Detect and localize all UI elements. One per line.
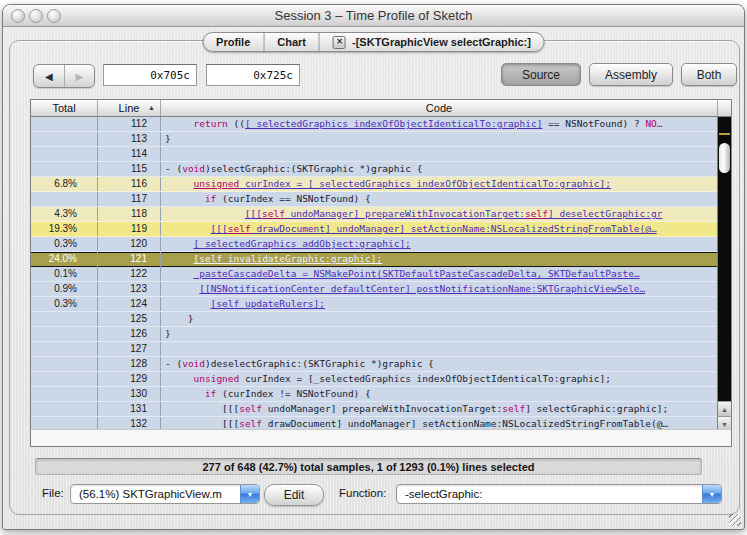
- dropdown-arrow-icon: ▼: [709, 491, 716, 498]
- window-title: Session 3 – Time Profile of Sketch: [63, 8, 684, 23]
- code-cell: [[[self undoManager] prepareWithInvocati…: [161, 402, 717, 416]
- table-row[interactable]: 114: [31, 147, 717, 162]
- function-dropdown[interactable]: -selectGraphic: ▼: [396, 484, 722, 504]
- table-row[interactable]: 112return (([_selectedGraphics indexOfOb…: [31, 117, 717, 132]
- code-segment: )selectGraphic:(SKTGraphic *)graphic {: [205, 163, 422, 174]
- zoom-window-button[interactable]: [47, 9, 61, 23]
- column-header-total[interactable]: Total: [31, 100, 98, 116]
- dropdown-arrow-icon: ▼: [247, 491, 254, 498]
- tab-chart[interactable]: Chart: [263, 33, 319, 51]
- table-row[interactable]: 115- (void)selectGraphic:(SKTGraphic *)g…: [31, 162, 717, 177]
- total-cell: 19.3%: [31, 222, 98, 236]
- code-segment: [[[: [222, 403, 239, 414]
- line-number-cell: 115: [98, 162, 161, 176]
- table-row[interactable]: 131[[[self undoManager] prepareWithInvoc…: [31, 402, 717, 417]
- line-number-cell: 112: [98, 117, 161, 131]
- line-number-cell: 128: [98, 357, 161, 371]
- code-cell: - (void)deselectGraphic:(SKTGraphic *)gr…: [161, 357, 717, 371]
- line-number-cell: 121: [98, 252, 161, 267]
- scrollbar-thumb[interactable]: [719, 143, 730, 173]
- table-row[interactable]: 117if (curIndex == NSNotFound) {: [31, 192, 717, 207]
- line-number-cell: 120: [98, 237, 161, 251]
- address-start-field[interactable]: [103, 64, 197, 86]
- table-row[interactable]: 125}: [31, 312, 717, 327]
- code-segment: self: [228, 223, 251, 234]
- close-tab-icon[interactable]: ✕: [333, 36, 346, 49]
- table-row[interactable]: 126}: [31, 327, 717, 342]
- file-dropdown-value: (56.1%) SKTGraphicView.m: [79, 488, 239, 500]
- sort-ascending-icon: ▲: [148, 104, 155, 111]
- vertical-scrollbar[interactable]: [717, 117, 731, 431]
- table-row[interactable]: 24.0%121[self invalidateGraphic:graphic]…: [31, 252, 717, 267]
- tab-profile[interactable]: Profile: [203, 33, 263, 51]
- source-view-button[interactable]: Source: [501, 63, 581, 86]
- code-cell: [161, 147, 717, 161]
- forward-button[interactable]: ▶: [64, 65, 95, 87]
- table-row[interactable]: 128- (void)deselectGraphic:(SKTGraphic *…: [31, 357, 717, 372]
- file-dropdown-button[interactable]: ▼: [240, 485, 259, 503]
- tab-label: -[SKTGraphicView selectGraphic:]: [352, 36, 531, 48]
- code-segment: NO…: [645, 118, 662, 129]
- total-cell: 0.9%: [31, 282, 98, 296]
- address-end-field[interactable]: [206, 64, 300, 86]
- function-dropdown-button[interactable]: ▼: [702, 485, 721, 503]
- code-cell: [[[self undoManager] prepareWithInvocati…: [161, 207, 717, 221]
- table-row[interactable]: 19.3%119[[[self drawDocument] undoManage…: [31, 222, 717, 237]
- column-header-code[interactable]: Code: [161, 100, 718, 116]
- assembly-view-button[interactable]: Assembly: [589, 63, 673, 86]
- table-row[interactable]: 129unsigned curIndex = [_selectedGraphic…: [31, 372, 717, 387]
- scroll-up-button[interactable]: ▲: [717, 401, 731, 416]
- table-row[interactable]: 127: [31, 342, 717, 357]
- both-view-button[interactable]: Both: [681, 63, 737, 86]
- code-segment: unsigned: [194, 373, 240, 384]
- table-row[interactable]: 0.3%120[_selectedGraphics addObject:grap…: [31, 237, 717, 252]
- code-segment: [_selectedGraphics addObject:graphic];: [194, 238, 411, 249]
- column-header-line[interactable]: Line ▲: [98, 100, 161, 116]
- table-row[interactable]: 0.1%122_pasteCascadeDelta = NSMakePoint(…: [31, 267, 717, 282]
- table-row[interactable]: 0.3%124[self updateRulers];: [31, 297, 717, 312]
- total-cell: 0.3%: [31, 237, 98, 251]
- table-row[interactable]: 113}: [31, 132, 717, 147]
- code-cell: if (curIndex == NSNotFound) {: [161, 192, 717, 206]
- code-segment: (curIndex == NSNotFound) {: [216, 193, 370, 204]
- table-row[interactable]: 130if (curIndex != NSNotFound) {: [31, 387, 717, 402]
- total-cell: 0.1%: [31, 267, 98, 281]
- file-dropdown[interactable]: (56.1%) SKTGraphicView.m ▼: [70, 484, 260, 504]
- code-cell: [[[self drawDocument] undoManager] setAc…: [161, 222, 717, 236]
- code-segment: }: [165, 133, 171, 144]
- code-segment: }: [188, 313, 194, 324]
- total-cell: 6.8%: [31, 177, 98, 191]
- total-cell: 0.3%: [31, 297, 98, 311]
- screenshot: Session 3 – Time Profile of Sketch Profi…: [0, 0, 747, 535]
- code-segment: == NSNotFound) ?: [542, 118, 645, 129]
- code-segment: unsigned: [194, 178, 240, 189]
- code-segment: if: [205, 193, 216, 204]
- code-table-rows: 112return (([_selectedGraphics indexOfOb…: [31, 117, 717, 432]
- code-cell: [self invalidateGraphic:graphic];: [161, 252, 717, 267]
- code-segment: ] deselectGraphic:gr: [548, 208, 662, 219]
- code-segment: self: [525, 208, 548, 219]
- tab-function-profile[interactable]: ✕ -[SKTGraphicView selectGraphic:]: [319, 33, 544, 51]
- app-window: Session 3 – Time Profile of Sketch Profi…: [2, 4, 745, 530]
- minimize-window-button[interactable]: [29, 9, 43, 23]
- tab-label: Profile: [216, 36, 250, 48]
- code-segment: self: [239, 418, 262, 429]
- close-window-button[interactable]: [11, 9, 25, 23]
- traffic-lights: [11, 9, 61, 23]
- code-segment: [[NSNotificationCenter defaultCenter] po…: [199, 283, 645, 294]
- line-number-cell: 123: [98, 282, 161, 296]
- total-cell: [31, 162, 98, 176]
- window-titlebar[interactable]: Session 3 – Time Profile of Sketch: [3, 5, 744, 27]
- line-number-cell: 131: [98, 402, 161, 416]
- total-cell: [31, 312, 98, 326]
- table-row[interactable]: 0.9%123[[NSNotificationCenter defaultCen…: [31, 282, 717, 297]
- line-number-cell: 119: [98, 222, 161, 236]
- resize-grip[interactable]: [729, 514, 741, 526]
- table-row[interactable]: 4.3%118[[[self undoManager] prepareWithI…: [31, 207, 717, 222]
- code-segment: self: [239, 403, 262, 414]
- edit-button[interactable]: Edit: [264, 484, 324, 506]
- code-segment: [self updateRulers];: [211, 298, 325, 309]
- table-row[interactable]: 6.8%116unsigned curIndex = [_selectedGra…: [31, 177, 717, 192]
- back-button[interactable]: ◀: [34, 65, 64, 87]
- code-cell: }: [161, 327, 717, 341]
